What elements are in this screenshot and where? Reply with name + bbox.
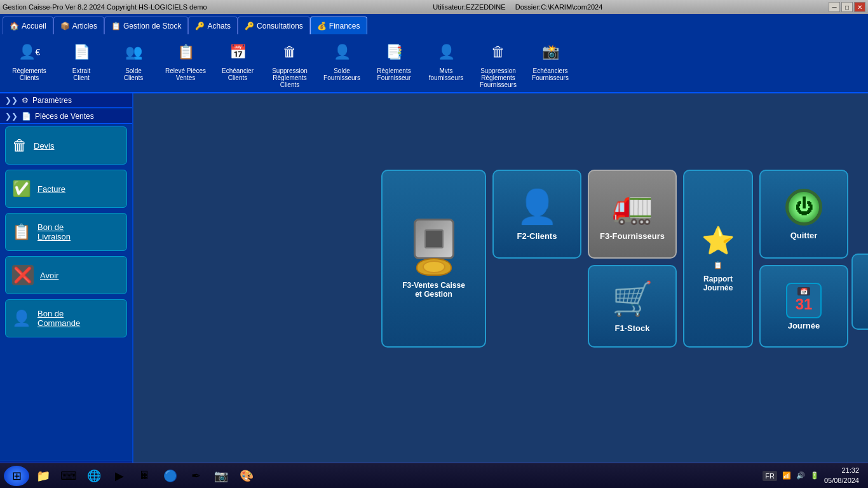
taskbar-app[interactable]: 📷 bbox=[210, 466, 233, 486]
collapse-icon-parametres: ❯❯ bbox=[5, 96, 18, 105]
releve-pieces-icon: 📋 bbox=[172, 38, 200, 66]
toolbar-solde-fournisseurs[interactable]: 👤 Solde Fournisseurs bbox=[319, 38, 365, 81]
toolbar: 👤€ Règlements Clients 📄 Extrait Client 👥… bbox=[0, 34, 868, 93]
action-tile-fournisseurs[interactable]: 🚛 F3-Fournisseurs bbox=[588, 170, 677, 259]
action-tile-caisse[interactable]: F3-Ventes Caisse et Gestion bbox=[381, 170, 486, 348]
finances-icon: 💰 bbox=[317, 22, 327, 30]
bon-livraison-icon: 📋 bbox=[12, 223, 31, 241]
bon-commande-icon: 👤 bbox=[12, 309, 31, 327]
main-layout: ❯❯ ⚙ Paramètres ❯❯ 📄 Pièces de Ventes 🗑 … bbox=[0, 93, 868, 488]
sidebar-item-bon-commande[interactable]: 👤 Bon de Commande bbox=[5, 299, 127, 337]
sidebar-item-avoir[interactable]: ❌ Avoir bbox=[5, 256, 127, 294]
solde-clients-icon: 👥 bbox=[119, 38, 147, 66]
taskbar-chrome[interactable]: 🔵 bbox=[159, 466, 182, 486]
taskbar: ⊞ 📁 ⌨ 🌐 ▶ 🖩 🔵 ✒ 📷 🎨 FR 📶 🔊 🔋 21:32 05/08… bbox=[0, 463, 868, 488]
reglements-fournisseur-icon: 📑 bbox=[380, 38, 408, 66]
mvts-fournisseurs-icon: 👤 bbox=[432, 38, 460, 66]
toolbar-releve-pieces[interactable]: 📋 Relevé Pièces Ventes bbox=[163, 38, 208, 81]
volume-icon: 🔊 bbox=[796, 471, 805, 480]
action-tile-cloture[interactable]: Clôture bbox=[851, 254, 868, 330]
sidebar-item-facture[interactable]: ✅ Facture bbox=[5, 170, 127, 208]
facture-icon: ✅ bbox=[12, 180, 31, 198]
taskbar-pen[interactable]: ✒ bbox=[184, 466, 207, 486]
extrait-client-icon: 📄 bbox=[67, 38, 95, 66]
devis-icon: 🗑 bbox=[12, 137, 27, 154]
clients-icon: 👤 bbox=[517, 187, 558, 226]
tab-finances[interactable]: 💰 Finances bbox=[310, 17, 367, 34]
suppression-fournisseurs-icon: 🗑 bbox=[484, 38, 512, 66]
sidebar-header-pieces[interactable]: ❯❯ 📄 Pièces de Ventes bbox=[0, 109, 132, 124]
gestion-stock-icon: 📋 bbox=[111, 22, 121, 30]
toolbar-mvts-fournisseurs[interactable]: 👤 Mvts fournisseurs bbox=[423, 38, 469, 81]
stock-icon: 🛒 bbox=[612, 280, 653, 318]
accueil-icon: 🏠 bbox=[10, 22, 19, 30]
avoir-icon: ❌ bbox=[12, 265, 34, 285]
action-tile-clients[interactable]: 👤 F2-Clients bbox=[492, 170, 581, 259]
start-button[interactable]: ⊞ bbox=[4, 466, 29, 486]
articles-icon: 📦 bbox=[60, 22, 70, 30]
network-icon: 📶 bbox=[782, 471, 791, 480]
pieces-icon: 📄 bbox=[22, 112, 31, 121]
language-indicator: FR bbox=[763, 471, 777, 481]
taskbar-media[interactable]: ▶ bbox=[108, 466, 131, 486]
menu-tabs-bar: 🏠 Accueil 📦 Articles 📋 Gestion de Stock … bbox=[0, 14, 868, 34]
power-icon: ⏻ bbox=[795, 196, 813, 217]
tab-consultations[interactable]: 🔑 Consultations bbox=[238, 17, 310, 34]
taskbar-files[interactable]: 📁 bbox=[32, 466, 55, 486]
gear-icon: ⚙ bbox=[22, 96, 29, 105]
sidebar: ❯❯ ⚙ Paramètres ❯❯ 📄 Pièces de Ventes 🗑 … bbox=[0, 93, 133, 488]
tab-articles[interactable]: 📦 Articles bbox=[53, 17, 104, 34]
taskbar-ie[interactable]: 🌐 bbox=[83, 466, 105, 486]
maximize-button[interactable]: □ bbox=[841, 2, 853, 12]
toolbar-suppression-reglements-fournisseurs[interactable]: 🗑 Suppression Règlements Fournisseurs bbox=[475, 38, 521, 88]
suppression-reglements-icon: 🗑 bbox=[276, 38, 304, 66]
fournisseurs-icon: 🚛 bbox=[612, 187, 653, 226]
window-controls: ─ □ ✕ bbox=[829, 2, 865, 12]
action-tile-stock[interactable]: 🛒 F1-Stock bbox=[588, 265, 677, 348]
toolbar-reglements-clients[interactable]: 👤€ Règlements Clients bbox=[6, 38, 52, 81]
collapse-icon-pieces: ❯❯ bbox=[5, 112, 18, 121]
content-area: F3-Ventes Caisse et Gestion 👤 F2-Clients… bbox=[133, 93, 868, 488]
action-tile-quitter[interactable]: ⏻ Quitter bbox=[759, 170, 848, 259]
taskbar-keyboard[interactable]: ⌨ bbox=[57, 466, 80, 486]
taskbar-system-tray: FR 📶 🔊 🔋 21:32 05/08/2024 bbox=[757, 466, 864, 485]
taskbar-clock: 21:32 05/08/2024 bbox=[824, 466, 859, 485]
tab-accueil[interactable]: 🏠 Accueil bbox=[3, 17, 53, 34]
solde-fournisseurs-icon: 👤 bbox=[328, 38, 356, 66]
sidebar-item-devis[interactable]: 🗑 Devis bbox=[5, 126, 127, 165]
titlebar-text: Gestion Caisse-Pro Ver 8.2 2024 Copyrigh… bbox=[3, 3, 207, 11]
close-button[interactable]: ✕ bbox=[854, 2, 865, 12]
consultations-icon: 🔑 bbox=[245, 22, 254, 30]
toolbar-solde-clients[interactable]: 👥 Solde Clients bbox=[111, 38, 156, 81]
tab-gestion-stock[interactable]: 📋 Gestion de Stock bbox=[104, 17, 188, 34]
taskbar-calculator[interactable]: 🖩 bbox=[133, 466, 156, 486]
reglements-clients-icon: 👤€ bbox=[15, 38, 43, 66]
toolbar-extrait-client[interactable]: 📄 Extrait Client bbox=[58, 38, 104, 81]
toolbar-reglements-fournisseur[interactable]: 📑 Règlements Fournisseur bbox=[371, 38, 417, 81]
echeanciers-fournisseurs-icon: 📸 bbox=[536, 38, 564, 66]
sidebar-header-parametres[interactable]: ❯❯ ⚙ Paramètres bbox=[0, 93, 132, 108]
echeancier-clients-icon: 📅 bbox=[224, 38, 252, 66]
tab-achats[interactable]: 🔑 Achats bbox=[188, 17, 238, 34]
battery-icon: 🔋 bbox=[810, 471, 819, 480]
taskbar-paint[interactable]: 🎨 bbox=[235, 466, 258, 486]
titlebar: Gestion Caisse-Pro Ver 8.2 2024 Copyrigh… bbox=[0, 0, 868, 14]
action-tile-rapport[interactable]: ⭐ 📋 Rapport Journée bbox=[683, 170, 753, 348]
rapport-icon: ⭐ bbox=[702, 225, 735, 256]
toolbar-echeanciers-fournisseurs[interactable]: 📸 Echéanciers Fournisseurs bbox=[527, 38, 573, 81]
achats-icon: 🔑 bbox=[195, 22, 205, 30]
sidebar-item-bon-livraison[interactable]: 📋 Bon de Livraison bbox=[5, 213, 127, 251]
action-buttons-grid: F3-Ventes Caisse et Gestion 👤 F2-Clients… bbox=[381, 170, 848, 348]
minimize-button[interactable]: ─ bbox=[829, 2, 840, 12]
action-tile-journee[interactable]: 📅 31 Journée bbox=[759, 265, 848, 348]
toolbar-echeancier-clients[interactable]: 📅 Echéancier Clients bbox=[215, 38, 261, 81]
titlebar-user: Utilisateur:EZZEDDINE Dossier:C:\KARIM\c… bbox=[433, 3, 602, 11]
toolbar-suppression-reglements[interactable]: 🗑 Suppression Règlements Clients bbox=[267, 38, 313, 88]
